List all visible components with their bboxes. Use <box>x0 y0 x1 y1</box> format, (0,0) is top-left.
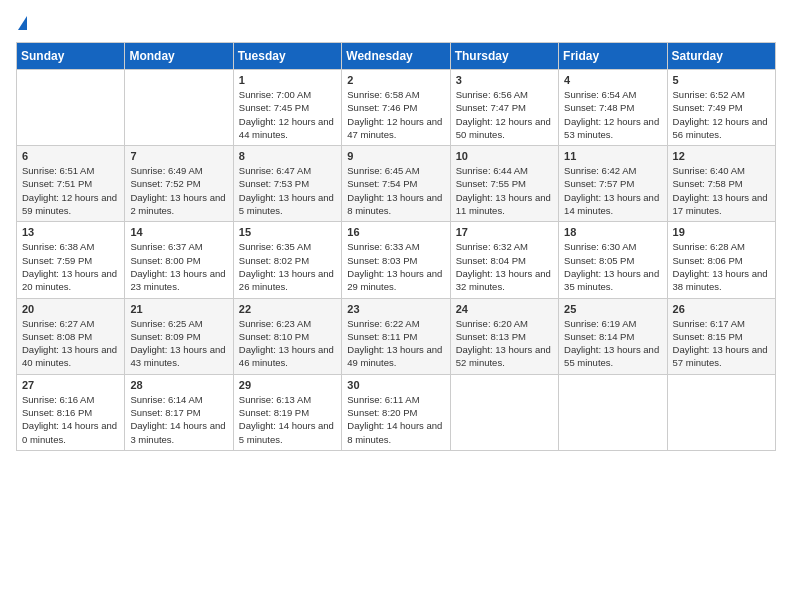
weekday-header: Sunday <box>17 43 125 70</box>
weekday-header: Saturday <box>667 43 775 70</box>
calendar-cell: 14Sunrise: 6:37 AMSunset: 8:00 PMDayligh… <box>125 222 233 298</box>
sunrise-text: Sunrise: 6:30 AM <box>564 240 661 253</box>
sunset-text: Sunset: 8:08 PM <box>22 330 119 343</box>
day-number: 25 <box>564 303 661 315</box>
day-info: Sunrise: 6:28 AMSunset: 8:06 PMDaylight:… <box>673 240 770 293</box>
day-info: Sunrise: 6:25 AMSunset: 8:09 PMDaylight:… <box>130 317 227 370</box>
day-number: 12 <box>673 150 770 162</box>
sunset-text: Sunset: 7:45 PM <box>239 101 336 114</box>
calendar-cell: 23Sunrise: 6:22 AMSunset: 8:11 PMDayligh… <box>342 298 450 374</box>
day-info: Sunrise: 6:37 AMSunset: 8:00 PMDaylight:… <box>130 240 227 293</box>
calendar-cell: 5Sunrise: 6:52 AMSunset: 7:49 PMDaylight… <box>667 70 775 146</box>
day-number: 13 <box>22 226 119 238</box>
day-info: Sunrise: 6:45 AMSunset: 7:54 PMDaylight:… <box>347 164 444 217</box>
day-info: Sunrise: 6:42 AMSunset: 7:57 PMDaylight:… <box>564 164 661 217</box>
sunrise-text: Sunrise: 6:23 AM <box>239 317 336 330</box>
calendar-cell: 19Sunrise: 6:28 AMSunset: 8:06 PMDayligh… <box>667 222 775 298</box>
sunset-text: Sunset: 7:48 PM <box>564 101 661 114</box>
daylight-text: Daylight: 13 hours and 49 minutes. <box>347 343 444 370</box>
sunset-text: Sunset: 7:47 PM <box>456 101 553 114</box>
calendar-cell: 7Sunrise: 6:49 AMSunset: 7:52 PMDaylight… <box>125 146 233 222</box>
weekday-header: Tuesday <box>233 43 341 70</box>
day-number: 19 <box>673 226 770 238</box>
calendar-cell: 25Sunrise: 6:19 AMSunset: 8:14 PMDayligh… <box>559 298 667 374</box>
calendar-week-row: 1Sunrise: 7:00 AMSunset: 7:45 PMDaylight… <box>17 70 776 146</box>
day-info: Sunrise: 6:11 AMSunset: 8:20 PMDaylight:… <box>347 393 444 446</box>
sunrise-text: Sunrise: 6:14 AM <box>130 393 227 406</box>
daylight-text: Daylight: 12 hours and 53 minutes. <box>564 115 661 142</box>
sunset-text: Sunset: 8:13 PM <box>456 330 553 343</box>
calendar-cell: 8Sunrise: 6:47 AMSunset: 7:53 PMDaylight… <box>233 146 341 222</box>
day-info: Sunrise: 6:23 AMSunset: 8:10 PMDaylight:… <box>239 317 336 370</box>
day-info: Sunrise: 6:51 AMSunset: 7:51 PMDaylight:… <box>22 164 119 217</box>
day-number: 18 <box>564 226 661 238</box>
weekday-header: Friday <box>559 43 667 70</box>
daylight-text: Daylight: 13 hours and 46 minutes. <box>239 343 336 370</box>
day-number: 2 <box>347 74 444 86</box>
sunrise-text: Sunrise: 6:37 AM <box>130 240 227 253</box>
day-info: Sunrise: 7:00 AMSunset: 7:45 PMDaylight:… <box>239 88 336 141</box>
sunrise-text: Sunrise: 6:33 AM <box>347 240 444 253</box>
day-number: 21 <box>130 303 227 315</box>
calendar-cell <box>17 70 125 146</box>
calendar-cell: 11Sunrise: 6:42 AMSunset: 7:57 PMDayligh… <box>559 146 667 222</box>
day-info: Sunrise: 6:32 AMSunset: 8:04 PMDaylight:… <box>456 240 553 293</box>
sunset-text: Sunset: 8:02 PM <box>239 254 336 267</box>
day-info: Sunrise: 6:38 AMSunset: 7:59 PMDaylight:… <box>22 240 119 293</box>
sunset-text: Sunset: 7:54 PM <box>347 177 444 190</box>
day-info: Sunrise: 6:22 AMSunset: 8:11 PMDaylight:… <box>347 317 444 370</box>
calendar-header-row: SundayMondayTuesdayWednesdayThursdayFrid… <box>17 43 776 70</box>
calendar-cell: 9Sunrise: 6:45 AMSunset: 7:54 PMDaylight… <box>342 146 450 222</box>
daylight-text: Daylight: 13 hours and 8 minutes. <box>347 191 444 218</box>
day-number: 29 <box>239 379 336 391</box>
calendar-cell: 17Sunrise: 6:32 AMSunset: 8:04 PMDayligh… <box>450 222 558 298</box>
sunrise-text: Sunrise: 6:47 AM <box>239 164 336 177</box>
calendar-cell: 2Sunrise: 6:58 AMSunset: 7:46 PMDaylight… <box>342 70 450 146</box>
daylight-text: Daylight: 13 hours and 52 minutes. <box>456 343 553 370</box>
daylight-text: Daylight: 14 hours and 8 minutes. <box>347 419 444 446</box>
day-info: Sunrise: 6:58 AMSunset: 7:46 PMDaylight:… <box>347 88 444 141</box>
day-number: 17 <box>456 226 553 238</box>
day-info: Sunrise: 6:52 AMSunset: 7:49 PMDaylight:… <box>673 88 770 141</box>
calendar-cell: 24Sunrise: 6:20 AMSunset: 8:13 PMDayligh… <box>450 298 558 374</box>
day-info: Sunrise: 6:17 AMSunset: 8:15 PMDaylight:… <box>673 317 770 370</box>
daylight-text: Daylight: 13 hours and 5 minutes. <box>239 191 336 218</box>
day-info: Sunrise: 6:16 AMSunset: 8:16 PMDaylight:… <box>22 393 119 446</box>
calendar-week-row: 27Sunrise: 6:16 AMSunset: 8:16 PMDayligh… <box>17 374 776 450</box>
sunrise-text: Sunrise: 6:32 AM <box>456 240 553 253</box>
day-number: 16 <box>347 226 444 238</box>
daylight-text: Daylight: 12 hours and 59 minutes. <box>22 191 119 218</box>
day-info: Sunrise: 6:56 AMSunset: 7:47 PMDaylight:… <box>456 88 553 141</box>
sunset-text: Sunset: 8:14 PM <box>564 330 661 343</box>
sunset-text: Sunset: 7:51 PM <box>22 177 119 190</box>
calendar-cell <box>667 374 775 450</box>
day-info: Sunrise: 6:54 AMSunset: 7:48 PMDaylight:… <box>564 88 661 141</box>
day-number: 27 <box>22 379 119 391</box>
sunrise-text: Sunrise: 6:51 AM <box>22 164 119 177</box>
calendar-cell: 15Sunrise: 6:35 AMSunset: 8:02 PMDayligh… <box>233 222 341 298</box>
sunset-text: Sunset: 8:15 PM <box>673 330 770 343</box>
calendar-cell: 27Sunrise: 6:16 AMSunset: 8:16 PMDayligh… <box>17 374 125 450</box>
day-number: 14 <box>130 226 227 238</box>
day-info: Sunrise: 6:19 AMSunset: 8:14 PMDaylight:… <box>564 317 661 370</box>
sunset-text: Sunset: 8:06 PM <box>673 254 770 267</box>
daylight-text: Daylight: 14 hours and 3 minutes. <box>130 419 227 446</box>
day-number: 5 <box>673 74 770 86</box>
day-info: Sunrise: 6:33 AMSunset: 8:03 PMDaylight:… <box>347 240 444 293</box>
weekday-header: Thursday <box>450 43 558 70</box>
calendar-cell: 26Sunrise: 6:17 AMSunset: 8:15 PMDayligh… <box>667 298 775 374</box>
day-number: 8 <box>239 150 336 162</box>
daylight-text: Daylight: 13 hours and 43 minutes. <box>130 343 227 370</box>
calendar-table: SundayMondayTuesdayWednesdayThursdayFrid… <box>16 42 776 451</box>
sunset-text: Sunset: 8:05 PM <box>564 254 661 267</box>
sunrise-text: Sunrise: 6:54 AM <box>564 88 661 101</box>
sunrise-text: Sunrise: 6:13 AM <box>239 393 336 406</box>
sunrise-text: Sunrise: 6:38 AM <box>22 240 119 253</box>
calendar-cell: 6Sunrise: 6:51 AMSunset: 7:51 PMDaylight… <box>17 146 125 222</box>
sunrise-text: Sunrise: 6:44 AM <box>456 164 553 177</box>
day-info: Sunrise: 6:13 AMSunset: 8:19 PMDaylight:… <box>239 393 336 446</box>
calendar-week-row: 6Sunrise: 6:51 AMSunset: 7:51 PMDaylight… <box>17 146 776 222</box>
day-number: 4 <box>564 74 661 86</box>
day-number: 30 <box>347 379 444 391</box>
daylight-text: Daylight: 13 hours and 32 minutes. <box>456 267 553 294</box>
